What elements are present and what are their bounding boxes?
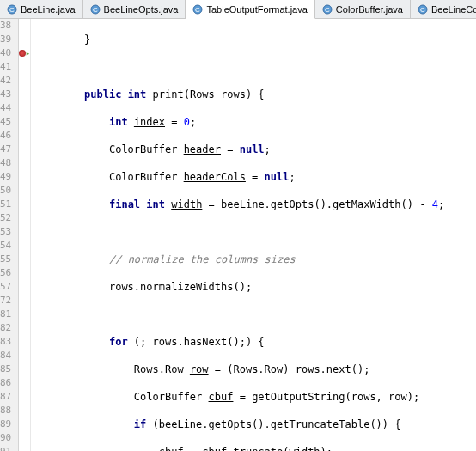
code-line: [34, 225, 476, 239]
tab-label: BeeLineOpts.java: [104, 4, 179, 15]
code-line: // normalize the columns sizes: [34, 253, 476, 266]
editor-tabs: CBeeLine.java CBeeLineOpts.java CTableOu…: [0, 0, 476, 19]
svg-text:C: C: [9, 6, 15, 14]
code-line: [34, 308, 476, 321]
tab-label: ColorBuffer.java: [336, 4, 403, 15]
java-class-icon: C: [322, 4, 333, 15]
tab-beelinecommandcomp[interactable]: CBeeLineCommandComp: [411, 0, 476, 18]
tab-label: BeeLine.java: [21, 4, 76, 15]
java-class-icon: C: [90, 4, 101, 15]
code-line: Rows.Row row = (Rows.Row) rows.next();: [34, 363, 476, 376]
code-line: public int print(Rows rows) {: [34, 88, 476, 101]
svg-text:C: C: [325, 6, 330, 14]
tab-label: TableOutputFormat.java: [206, 4, 307, 15]
override-icon: ▸: [26, 49, 30, 58]
tab-label: BeeLineCommandComp: [431, 4, 476, 15]
code-line: cbuf = cbuf.truncate(width);: [34, 445, 476, 451]
code-line: ColorBuffer header = null;: [34, 143, 476, 156]
tab-colorbuffer[interactable]: CColorBuffer.java: [315, 0, 411, 18]
code-line: int index = 0;: [34, 115, 476, 129]
breakpoint-icon[interactable]: [19, 50, 26, 57]
svg-text:C: C: [196, 6, 201, 14]
tab-beeline[interactable]: CBeeLine.java: [0, 0, 83, 18]
code-line: ColorBuffer cbuf = getOutputString(rows,…: [34, 390, 476, 404]
line-number-gutter: 3839404142434445464748495051525354555657…: [0, 19, 19, 451]
code-area[interactable]: } public int print(Rows rows) { int inde…: [31, 19, 476, 451]
java-class-icon: C: [418, 4, 428, 15]
code-line: for (; rows.hasNext();) {: [34, 335, 476, 349]
code-line: }: [34, 33, 476, 46]
code-line: if (beeLine.getOpts().getTruncateTable()…: [34, 417, 476, 431]
code-line: [34, 60, 476, 74]
code-line: final int width = beeLine.getOpts().getM…: [34, 198, 476, 211]
svg-text:C: C: [420, 6, 425, 14]
editor-area: 3839404142434445464748495051525354555657…: [0, 19, 476, 451]
tab-beelineopts[interactable]: CBeeLineOpts.java: [83, 0, 186, 18]
code-line: rows.normalizeWidths();: [34, 280, 476, 294]
marker-gutter: ▸: [19, 19, 31, 451]
tab-tableoutputformat[interactable]: CTableOutputFormat.java: [186, 0, 314, 19]
code-line: ColorBuffer headerCols = null;: [34, 170, 476, 184]
java-class-icon: C: [7, 4, 17, 15]
java-class-icon: C: [192, 4, 203, 15]
svg-text:C: C: [93, 6, 98, 14]
